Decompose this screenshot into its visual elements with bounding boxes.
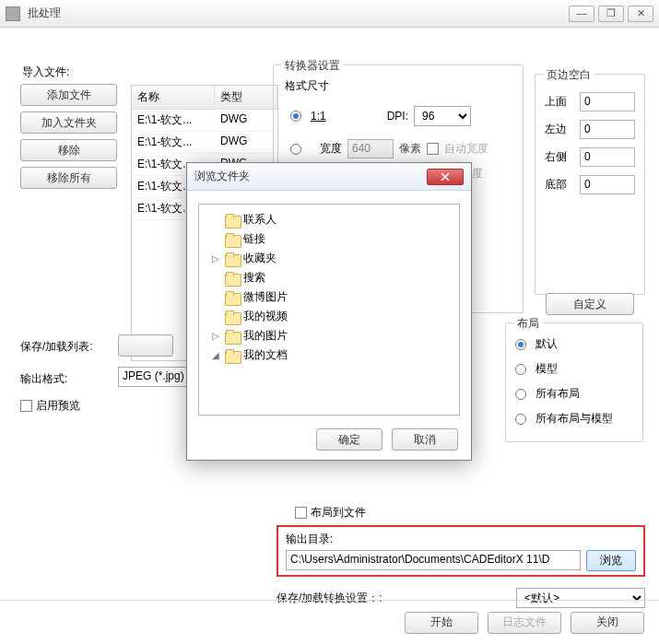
savelist-button[interactable]: [118, 334, 173, 357]
import-label: 导入文件:: [22, 64, 271, 80]
output-format-label: 输出格式:: [20, 371, 67, 387]
ratio-1-1-label: 1:1: [311, 110, 326, 123]
col-type-header[interactable]: 类型: [215, 86, 277, 109]
window-titlebar: 批处理 — ❐ ✕: [0, 0, 659, 28]
tree-item[interactable]: 链接: [203, 229, 455, 249]
log-button[interactable]: 日志文件: [488, 612, 561, 634]
tree-item[interactable]: ▷收藏夹: [203, 249, 455, 268]
margin-bottom-label: 底部: [545, 177, 571, 193]
layout-default-label: 默认: [535, 336, 558, 352]
layout-legend: 布局: [513, 316, 543, 332]
folder-icon: [225, 233, 240, 246]
folder-tree[interactable]: 联系人 链接 ▷收藏夹 搜索 微博图片 我的视频 ▷我的图片 ◢我的文档: [198, 204, 460, 416]
layout-default-radio[interactable]: [515, 339, 526, 350]
expander-icon[interactable]: ◢: [210, 350, 220, 360]
remove-all-button[interactable]: 移除所有: [20, 167, 117, 189]
expander-icon[interactable]: ▷: [210, 253, 220, 263]
folder-icon: [225, 214, 240, 227]
window-title: 批处理: [28, 6, 569, 21]
ratio-1-1-radio[interactable]: [290, 111, 301, 122]
app-icon: [6, 6, 20, 21]
custom-size-radio[interactable]: [290, 144, 301, 155]
folder-icon: [225, 272, 240, 285]
layout-all-radio[interactable]: [515, 389, 526, 400]
close-icon: [441, 172, 450, 181]
savelist-label: 保存/加载列表:: [20, 339, 93, 355]
maximize-button[interactable]: ❐: [598, 6, 624, 22]
layout-to-file-checkbox[interactable]: [295, 507, 307, 519]
output-dir-input[interactable]: C:\Users\Administrator\Documents\CADEdit…: [286, 550, 581, 570]
tree-item[interactable]: ◢我的文档: [203, 345, 455, 365]
file-list-header: 名称 类型: [132, 86, 277, 110]
output-dir-label: 输出目录:: [286, 532, 636, 547]
browse-output-button[interactable]: 浏览: [586, 550, 636, 571]
width-label: 宽度: [311, 141, 342, 157]
margin-right-label: 右侧: [545, 149, 571, 165]
dialog-close-button[interactable]: [427, 169, 464, 185]
enable-preview-label: 启用预览: [36, 398, 80, 414]
margin-left-input[interactable]: 0: [580, 120, 635, 139]
output-format-select[interactable]: JPEG (*.jpg): [118, 367, 192, 387]
margin-left-label: 左边: [545, 122, 571, 137]
margin-legend: 页边空白: [543, 67, 594, 83]
layout-all-model-label: 所有布局与模型: [535, 411, 613, 427]
list-item[interactable]: E:\1-软文...DWG: [132, 110, 277, 132]
expander-icon[interactable]: ▷: [210, 331, 220, 341]
auto-width-label: 自动宽度: [444, 141, 488, 157]
margin-bottom-input[interactable]: 0: [580, 175, 635, 194]
dialog-titlebar[interactable]: 浏览文件夹: [187, 163, 471, 191]
margin-right-input[interactable]: 0: [580, 147, 635, 167]
dialog-title: 浏览文件夹: [194, 169, 427, 184]
tree-item[interactable]: 我的视频: [203, 307, 455, 326]
enable-preview-checkbox[interactable]: [20, 400, 32, 412]
add-file-button[interactable]: 添加文件: [20, 84, 117, 106]
tree-item[interactable]: 微博图片: [203, 287, 455, 307]
remove-button[interactable]: 移除: [20, 139, 117, 161]
folder-icon: [225, 310, 240, 323]
add-folder-button[interactable]: 加入文件夹: [20, 111, 117, 134]
layout-to-file-label: 布局到文件: [311, 505, 366, 521]
dialog-ok-button[interactable]: 确定: [316, 428, 382, 451]
folder-icon: [225, 291, 240, 304]
folder-icon: [225, 330, 240, 343]
layout-group: 布局 默认 模型 所有布局 所有布局与模型: [505, 322, 643, 442]
converter-legend: 转换器设置: [281, 58, 344, 74]
custom-margin-button[interactable]: 自定义: [546, 293, 634, 315]
start-button[interactable]: 开始: [405, 612, 478, 634]
tree-item[interactable]: 搜索: [203, 268, 455, 287]
format-size-label: 格式尺寸: [285, 78, 329, 94]
folder-icon: [225, 349, 240, 362]
dpi-label: DPI:: [387, 110, 408, 123]
width-input[interactable]: 640: [347, 139, 394, 158]
folder-icon: [225, 252, 240, 265]
margin-top-label: 上面: [545, 94, 571, 110]
layout-all-model-radio[interactable]: [515, 414, 526, 425]
output-dir-section: 输出目录: C:\Users\Administrator\Documents\C…: [277, 525, 645, 577]
margin-top-input[interactable]: 0: [580, 92, 635, 111]
browse-folder-dialog: 浏览文件夹 联系人 链接 ▷收藏夹 搜索 微博图片 我的视频 ▷我的图片 ◢我的…: [186, 162, 472, 461]
tree-item[interactable]: 联系人: [203, 210, 455, 229]
width-unit: 像素: [399, 141, 421, 157]
auto-width-checkbox[interactable]: [427, 143, 439, 155]
layout-all-label: 所有布局: [535, 386, 580, 402]
close-button[interactable]: ✕: [628, 6, 653, 22]
close-dialog-button[interactable]: 关闭: [571, 612, 644, 634]
dialog-cancel-button[interactable]: 取消: [392, 428, 458, 451]
bottom-bar: 开始 日志文件 关闭: [0, 600, 659, 644]
minimize-button[interactable]: —: [569, 6, 594, 22]
dpi-select[interactable]: 96: [414, 106, 471, 126]
list-item[interactable]: E:\1-软文...DWG: [132, 132, 277, 154]
tree-item[interactable]: ▷我的图片: [203, 326, 455, 345]
layout-model-label: 模型: [535, 361, 558, 377]
margin-group: 页边空白 上面0 左边0 右侧0 底部0: [535, 74, 645, 295]
layout-model-radio[interactable]: [515, 364, 526, 375]
col-name-header[interactable]: 名称: [132, 86, 215, 109]
